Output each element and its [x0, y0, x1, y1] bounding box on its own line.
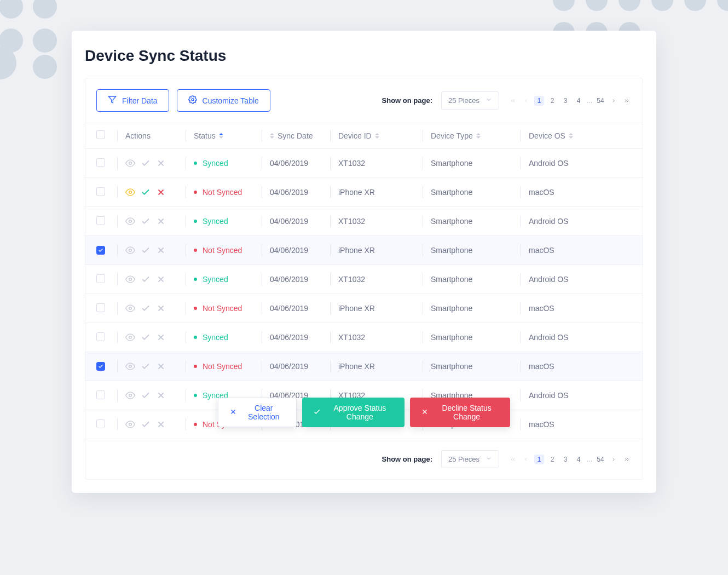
customize-button[interactable]: Customize Table	[177, 89, 270, 112]
check-icon[interactable]	[141, 361, 151, 371]
page-1[interactable]: 1	[534, 96, 544, 106]
col-sync-date[interactable]: Sync Date	[270, 131, 322, 140]
table-row: Not Synced04/06/2019iPhone XRSmartphonem…	[85, 236, 643, 265]
col-status[interactable]: Status	[194, 131, 254, 140]
page-prev-icon[interactable]	[521, 455, 531, 464]
page-next-icon[interactable]	[609, 455, 619, 464]
row-checkbox[interactable]	[96, 390, 105, 399]
filter-button[interactable]: Filter Data	[96, 89, 169, 112]
page-3[interactable]: 3	[561, 455, 570, 464]
page-3[interactable]: 3	[561, 96, 570, 106]
svg-point-29	[129, 423, 132, 426]
bottom-bar: Show on page: 25 Pieces 1 2 3 4 ...	[85, 439, 643, 479]
page-size-select[interactable]: 25 Pieces	[441, 91, 499, 110]
sort-icon	[569, 133, 573, 139]
page-ellipsis: ...	[587, 97, 592, 105]
eye-icon[interactable]	[125, 216, 135, 226]
page-size-select-bottom[interactable]: 25 Pieces	[441, 450, 499, 468]
x-icon[interactable]	[156, 332, 166, 342]
page-last-number[interactable]: 54	[596, 455, 605, 464]
decline-button[interactable]: Decline Status Change	[410, 398, 510, 427]
row-checkbox[interactable]	[96, 332, 105, 341]
svg-point-2	[129, 162, 132, 165]
col-device-id[interactable]: Device ID	[338, 131, 415, 140]
header-checkbox-cell	[96, 130, 109, 141]
col-device-type[interactable]: Device Type	[431, 131, 513, 140]
check-icon[interactable]	[141, 274, 151, 284]
device-type: Smartphone	[431, 333, 513, 342]
eye-icon[interactable]	[125, 361, 135, 371]
device-id: XT1032	[338, 217, 415, 226]
page-ellipsis: ...	[587, 456, 592, 463]
row-checkbox[interactable]	[96, 274, 105, 283]
device-id: iPhone XR	[338, 188, 415, 197]
x-icon[interactable]	[156, 158, 166, 168]
page-first-icon[interactable]	[508, 455, 518, 464]
x-icon[interactable]	[156, 419, 166, 429]
row-checkbox[interactable]	[96, 303, 105, 312]
check-icon[interactable]	[141, 303, 151, 313]
eye-icon[interactable]	[125, 332, 135, 342]
status-dot	[194, 365, 197, 368]
page-last-icon[interactable]	[622, 96, 632, 106]
svg-point-5	[129, 191, 132, 194]
check-icon[interactable]	[141, 216, 151, 226]
pagination-bottom: 1 2 3 4 ... 54	[508, 455, 632, 464]
col-device-os[interactable]: Device OS	[529, 131, 594, 140]
check-icon[interactable]	[141, 158, 151, 168]
filter-label: Filter Data	[122, 96, 158, 105]
check-icon[interactable]	[141, 332, 151, 342]
device-type: Smartphone	[431, 275, 513, 284]
row-checkbox[interactable]	[96, 419, 105, 428]
page-4[interactable]: 4	[574, 455, 583, 464]
eye-icon[interactable]	[125, 419, 135, 429]
page-2[interactable]: 2	[547, 455, 557, 464]
row-checkbox[interactable]	[96, 246, 105, 255]
bulk-action-bar: Clear Selection Approve Status Change De…	[218, 398, 510, 427]
eye-icon[interactable]	[125, 187, 135, 197]
eye-icon[interactable]	[125, 303, 135, 313]
sync-date: 04/06/2019	[270, 304, 322, 313]
x-icon[interactable]	[156, 361, 166, 371]
col-actions[interactable]: Actions	[125, 131, 178, 140]
approve-button[interactable]: Approve Status Change	[302, 398, 405, 427]
x-icon[interactable]	[156, 274, 166, 284]
row-checkbox[interactable]	[96, 216, 105, 225]
x-icon[interactable]	[156, 303, 166, 313]
page-last-number[interactable]: 54	[596, 96, 605, 106]
device-type: Smartphone	[431, 159, 513, 168]
check-icon[interactable]	[141, 187, 151, 197]
check-icon[interactable]	[141, 390, 151, 400]
svg-point-23	[129, 365, 132, 368]
row-checkbox[interactable]	[96, 362, 105, 371]
page-1[interactable]: 1	[534, 455, 544, 464]
status-text: Synced	[203, 275, 228, 284]
sync-date: 04/06/2019	[270, 362, 322, 371]
page-2[interactable]: 2	[547, 96, 557, 106]
eye-icon[interactable]	[125, 158, 135, 168]
x-icon[interactable]	[156, 216, 166, 226]
clear-selection-button[interactable]: Clear Selection	[218, 398, 297, 427]
page-next-icon[interactable]	[609, 96, 619, 106]
row-checkbox[interactable]	[96, 158, 105, 167]
x-icon[interactable]	[156, 187, 166, 197]
show-on-page-label: Show on page:	[382, 96, 432, 105]
device-os: Android OS	[529, 333, 594, 342]
row-checkbox[interactable]	[96, 187, 105, 196]
eye-icon[interactable]	[125, 245, 135, 255]
device-os: macOS	[529, 304, 594, 313]
check-icon[interactable]	[141, 419, 151, 429]
page-4[interactable]: 4	[574, 96, 583, 106]
page-last-icon[interactable]	[622, 455, 632, 464]
eye-icon[interactable]	[125, 390, 135, 400]
select-all-checkbox[interactable]	[96, 130, 105, 139]
page-first-icon[interactable]	[508, 96, 518, 106]
x-icon[interactable]	[156, 390, 166, 400]
decline-label: Decline Status Change	[434, 404, 499, 421]
x-icon[interactable]	[156, 245, 166, 255]
sync-date: 04/06/2019	[270, 188, 322, 197]
check-icon[interactable]	[141, 245, 151, 255]
table-row: Not Synced04/06/2019iPhone XRSmartphonem…	[85, 294, 643, 323]
eye-icon[interactable]	[125, 274, 135, 284]
page-prev-icon[interactable]	[521, 96, 531, 106]
